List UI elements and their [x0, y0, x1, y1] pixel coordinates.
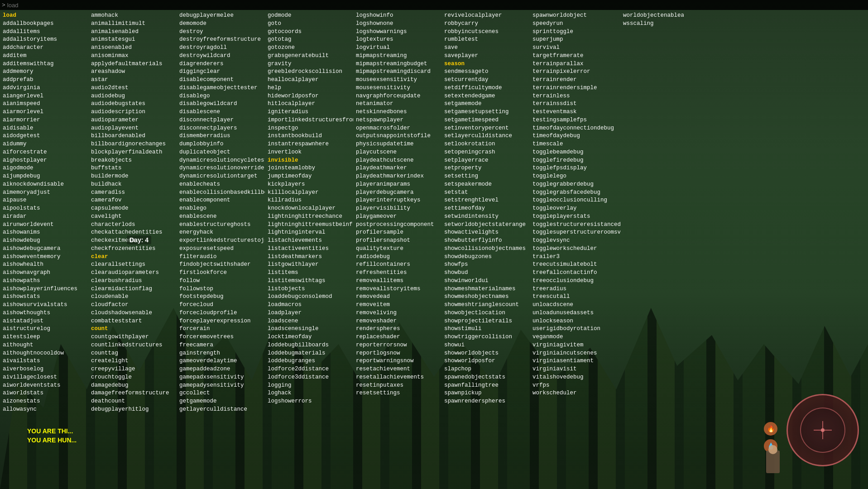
- cmd-item[interactable]: enablestructureghosts: [179, 221, 262, 229]
- cmd-item[interactable]: aishowhealth: [3, 261, 86, 269]
- cmd-item[interactable]: removedead: [356, 293, 439, 301]
- cmd-item[interactable]: listachievements: [268, 237, 350, 245]
- cmd-item[interactable]: aishowdebug: [3, 237, 86, 245]
- cmd-item[interactable]: showfps: [444, 261, 527, 269]
- cmd-item[interactable]: diggingclear: [179, 68, 262, 76]
- cmd-item[interactable]: forceremovetrees: [179, 333, 262, 341]
- cmd-item[interactable]: audiodebug: [91, 92, 174, 101]
- cmd-item[interactable]: destroywildcard: [179, 52, 262, 60]
- cmd-item[interactable]: virginiaincutscenes: [532, 350, 618, 358]
- cmd-item[interactable]: netanimator: [356, 100, 439, 108]
- cmd-item[interactable]: aishowthoughts: [3, 309, 86, 317]
- cmd-item[interactable]: spawnfallingtree: [444, 382, 527, 390]
- cmd-item[interactable]: spawnpickup: [444, 389, 527, 398]
- cmd-item[interactable]: additem: [3, 52, 86, 60]
- cmd-item[interactable]: timeofdaydebug: [532, 132, 618, 140]
- cmd-item[interactable]: lightninghittreechance: [268, 213, 350, 221]
- cmd-item[interactable]: astar: [91, 76, 174, 84]
- cmd-item[interactable]: togglelego: [532, 173, 618, 181]
- cmd-item[interactable]: loaddebugconsolemod: [268, 293, 350, 301]
- cmd-item[interactable]: setextendedgame: [444, 92, 527, 101]
- cmd-item[interactable]: disconnectplayer: [179, 116, 262, 125]
- cmd-item[interactable]: diagrenderers: [179, 60, 262, 68]
- cmd-item[interactable]: togglegrabberdebug: [532, 181, 618, 189]
- cmd-item[interactable]: audioplayevent: [91, 125, 174, 133]
- cmd-item[interactable]: billboardenabled: [91, 132, 174, 140]
- cmd-item[interactable]: lightninghittreemustbeinfrontplayer: [268, 221, 350, 229]
- cmd-item[interactable]: loadscene: [268, 317, 350, 326]
- cmd-item[interactable]: allowasync: [3, 406, 86, 414]
- cmd-item[interactable]: dynamicresolutioncycletest: [179, 157, 262, 165]
- cmd-item[interactable]: timeofdayconnectiondebug: [532, 125, 618, 133]
- cmd-item[interactable]: rumbletest: [444, 36, 527, 44]
- cmd-item[interactable]: showworldposfor: [444, 357, 527, 365]
- cmd-item[interactable]: playerdebugcamera: [356, 189, 439, 197]
- cmd-item[interactable]: disconnectplayers: [179, 125, 262, 133]
- cmd-item[interactable]: veganmode: [532, 333, 618, 341]
- cmd-item[interactable]: outputsnappointstofile: [356, 132, 439, 140]
- cmd-item[interactable]: getgamemode: [179, 398, 262, 406]
- cmd-item[interactable]: reportwarningsnow: [356, 357, 439, 365]
- cmd-item[interactable]: mousesensitivity: [356, 84, 439, 92]
- cmd-item[interactable]: addcharacter: [3, 44, 86, 52]
- cmd-item[interactable]: netspawnplayer: [356, 116, 439, 125]
- cmd-item[interactable]: characterlods: [91, 221, 174, 229]
- cmd-item[interactable]: load: [3, 12, 86, 20]
- cmd-item[interactable]: loadplayer: [268, 309, 350, 317]
- cmd-item[interactable]: aivailstats: [3, 357, 86, 365]
- cmd-item[interactable]: sprinttoggle: [532, 28, 618, 36]
- cmd-item[interactable]: crouchtoggle: [91, 374, 174, 382]
- cmd-item[interactable]: listdeathmarkers: [268, 253, 350, 261]
- cmd-item[interactable]: invertlook: [268, 149, 350, 157]
- cmd-item[interactable]: dynamicresolutiontarget: [179, 173, 262, 181]
- cmd-item[interactable]: disablecomponent: [179, 76, 262, 84]
- cmd-item[interactable]: damagefreeformstructure: [91, 389, 174, 398]
- cmd-item[interactable]: forcecloud: [179, 301, 262, 309]
- cmd-item[interactable]: forcecloudprofile: [179, 309, 262, 317]
- cmd-item[interactable]: exposuresetspeed: [179, 245, 262, 253]
- cmd-item[interactable]: showbutterflyinfo: [444, 237, 527, 245]
- cmd-item[interactable]: aimemoryadjust: [3, 189, 86, 197]
- cmd-item[interactable]: inspectgo: [268, 125, 350, 133]
- cmd-item[interactable]: mouseexsensitivity: [356, 76, 439, 84]
- cmd-item[interactable]: followstop: [179, 285, 262, 293]
- cmd-item[interactable]: aishowdebugcamera: [3, 245, 86, 253]
- cmd-item[interactable]: audiodescription: [91, 108, 174, 116]
- cmd-item[interactable]: removeallstoryitems: [356, 285, 439, 293]
- cmd-item[interactable]: disablescene: [179, 108, 262, 116]
- cmd-item[interactable]: clearallsettings: [91, 261, 174, 269]
- cmd-item[interactable]: cavelight: [91, 213, 174, 221]
- cmd-item[interactable]: showtriggercollision: [444, 333, 527, 341]
- cmd-item[interactable]: netskinnedbones: [356, 108, 439, 116]
- cmd-item[interactable]: additemswithtag: [3, 60, 86, 68]
- cmd-item[interactable]: toggleoverlay: [532, 205, 618, 213]
- cmd-item[interactable]: footstepdebug: [179, 293, 262, 301]
- cmd-item[interactable]: sendmessageto: [444, 68, 527, 76]
- cmd-item[interactable]: invisible: [268, 157, 350, 165]
- cmd-item[interactable]: settimeofday: [444, 205, 527, 213]
- cmd-item[interactable]: showprojectiletrails: [444, 317, 527, 326]
- cmd-item[interactable]: terrainrender: [532, 76, 618, 84]
- cmd-item[interactable]: count: [91, 325, 174, 333]
- cmd-item[interactable]: audiodebugstates: [91, 100, 174, 108]
- cmd-item[interactable]: addprefab: [3, 76, 86, 84]
- cmd-item[interactable]: setworldobjectstaterange: [444, 221, 527, 229]
- cmd-item[interactable]: blockplayerfinaldeath: [91, 149, 174, 157]
- cmd-item[interactable]: aithought: [3, 341, 86, 350]
- cmd-item[interactable]: destroyragdoll: [179, 44, 262, 52]
- cmd-item[interactable]: deathcount: [91, 398, 174, 406]
- cmd-item[interactable]: aiverboselog: [3, 365, 86, 374]
- cmd-item[interactable]: capsulemode: [91, 205, 174, 213]
- cmd-item[interactable]: virginiagivitem: [532, 341, 618, 350]
- cmd-item[interactable]: cloudenable: [91, 293, 174, 301]
- cmd-item[interactable]: replaceshader: [356, 333, 439, 341]
- cmd-item[interactable]: addallitems: [3, 28, 86, 36]
- cmd-item[interactable]: aishownavgraph: [3, 269, 86, 277]
- cmd-item[interactable]: damagedebug: [91, 382, 174, 390]
- cmd-item[interactable]: profilersample: [356, 229, 439, 237]
- cmd-item[interactable]: showmeshmaterialnames: [444, 285, 527, 293]
- cmd-item[interactable]: reportlogsnow: [356, 350, 439, 358]
- cmd-item[interactable]: playdeathmarkerindex: [356, 173, 439, 181]
- cmd-item[interactable]: spawnworldobject: [532, 12, 618, 20]
- cmd-item[interactable]: gototag: [268, 36, 350, 44]
